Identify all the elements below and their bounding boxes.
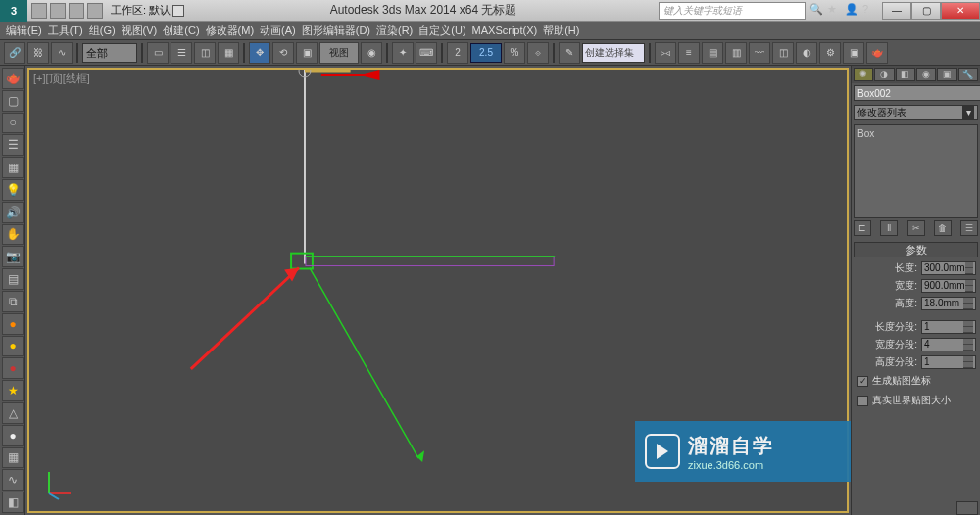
- named-selection-sets[interactable]: 创建选择集: [582, 43, 645, 63]
- menu-customize[interactable]: 自定义(U): [418, 23, 466, 38]
- minimize-button[interactable]: —: [882, 2, 911, 20]
- tab-motion-icon[interactable]: ◉: [916, 68, 936, 81]
- viewport-label[interactable]: [+][顶][线框]: [33, 71, 90, 86]
- menu-views[interactable]: 视图(V): [122, 23, 158, 38]
- tab-modify-icon[interactable]: ◑: [874, 68, 894, 81]
- chevron-down-icon[interactable]: [172, 5, 184, 17]
- chevron-down-icon[interactable]: ▾: [962, 106, 974, 119]
- rotate-icon[interactable]: ⟲: [272, 42, 294, 64]
- edit-named-sel-icon[interactable]: ✎: [559, 42, 580, 64]
- modifier-list-dropdown[interactable]: 修改器列表 ▾: [854, 105, 978, 120]
- dup-icon[interactable]: ⧉: [2, 291, 24, 312]
- curve-editor-icon[interactable]: 〰: [749, 42, 770, 64]
- selection-filter-dropdown[interactable]: 全部: [82, 43, 137, 63]
- angle-snap-value[interactable]: 2.5: [470, 43, 502, 63]
- app-logo-icon[interactable]: 3: [0, 0, 27, 22]
- tab-utilities-icon[interactable]: 🔧: [958, 68, 978, 81]
- select-object-icon[interactable]: ▭: [147, 42, 169, 64]
- close-button[interactable]: ✕: [941, 2, 980, 20]
- mirror-icon[interactable]: ▹◃: [655, 42, 676, 64]
- misc-icon[interactable]: ◧: [2, 492, 24, 513]
- pin-stack-icon[interactable]: ⊏: [854, 220, 871, 236]
- rollout-parameters[interactable]: 参数: [854, 242, 978, 258]
- real-world-checkbox[interactable]: [858, 396, 868, 406]
- sphere-icon[interactable]: ○: [2, 113, 24, 134]
- height-spinner[interactable]: 18.0mm: [921, 297, 976, 310]
- help-icon[interactable]: ?: [862, 3, 878, 19]
- tab-hierarchy-icon[interactable]: ◧: [896, 68, 915, 81]
- hand-icon[interactable]: ✋: [2, 224, 24, 246]
- schematic-icon[interactable]: ◫: [772, 42, 794, 64]
- menu-tools[interactable]: 工具(T): [48, 23, 83, 38]
- grid-icon[interactable]: ▦: [2, 447, 24, 469]
- menu-animation[interactable]: 动画(A): [260, 23, 296, 38]
- show-end-icon[interactable]: Ⅱ: [880, 220, 898, 236]
- wseg-spinner[interactable]: 4: [921, 338, 976, 351]
- render-setup-icon[interactable]: ⚙: [819, 42, 841, 64]
- tab-create-icon[interactable]: ✺: [854, 68, 873, 81]
- render-icon[interactable]: 🫖: [866, 42, 888, 64]
- render-frame-icon[interactable]: ▣: [843, 42, 864, 64]
- menu-group[interactable]: 组(G): [89, 23, 116, 38]
- width-spinner[interactable]: 900.0mm: [921, 279, 976, 293]
- graphite-icon[interactable]: ▥: [725, 42, 747, 64]
- menu-maxscript[interactable]: MAXScript(X): [472, 24, 538, 36]
- modifier-stack[interactable]: Box: [854, 124, 978, 218]
- select-region-icon[interactable]: ◫: [194, 42, 216, 64]
- move-icon[interactable]: ✥: [249, 42, 270, 64]
- table-icon[interactable]: ▦: [2, 157, 24, 178]
- menu-create[interactable]: 创建(C): [163, 23, 199, 38]
- spinner-snap-icon[interactable]: ⟐: [527, 42, 549, 64]
- tb-icon[interactable]: [69, 3, 84, 19]
- snap2d-icon[interactable]: 2: [447, 42, 468, 64]
- light-icon[interactable]: 💡: [2, 179, 24, 201]
- window-crossing-icon[interactable]: ▦: [218, 42, 239, 64]
- tb-icon[interactable]: [31, 3, 47, 19]
- keyboard-icon[interactable]: ⌨: [416, 42, 437, 64]
- ref-coord-dropdown[interactable]: 视图: [319, 42, 359, 64]
- list-icon[interactable]: ☰: [2, 134, 24, 156]
- align-icon[interactable]: ≡: [678, 42, 700, 64]
- layer-icon[interactable]: ▤: [2, 268, 24, 290]
- star-icon[interactable]: ★: [827, 3, 843, 19]
- configure-icon[interactable]: ☰: [960, 220, 978, 236]
- menu-modifiers[interactable]: 修改器(M): [206, 23, 255, 38]
- search-input[interactable]: 键入关键字或短语: [659, 2, 806, 20]
- remove-mod-icon[interactable]: 🗑: [934, 220, 952, 236]
- use-center-icon[interactable]: ◉: [361, 42, 382, 64]
- orange-icon[interactable]: ●: [2, 313, 24, 335]
- bind-icon[interactable]: ∿: [51, 42, 73, 64]
- red-icon[interactable]: ●: [2, 357, 24, 379]
- curve-icon[interactable]: ∿: [2, 469, 24, 491]
- length-spinner[interactable]: 300.0mm: [921, 261, 976, 275]
- sound-icon[interactable]: 🔊: [2, 202, 24, 223]
- select-by-name-icon[interactable]: ☰: [171, 42, 192, 64]
- menu-help[interactable]: 帮助(H): [543, 23, 579, 38]
- link-icon[interactable]: 🔗: [4, 42, 25, 64]
- tab-display-icon[interactable]: ▣: [937, 68, 956, 81]
- menu-edit[interactable]: 编辑(E): [6, 23, 42, 38]
- tb-icon[interactable]: [50, 3, 66, 19]
- tb-icon[interactable]: [87, 3, 103, 19]
- object-name-input[interactable]: [854, 85, 980, 101]
- tree-icon[interactable]: △: [2, 402, 24, 424]
- circle-icon[interactable]: ●: [2, 425, 24, 446]
- box-icon[interactable]: ▢: [2, 90, 24, 112]
- unlink-icon[interactable]: ⛓: [27, 42, 49, 64]
- workspace-selector[interactable]: 工作区: 默认: [107, 3, 188, 18]
- signin-icon[interactable]: 👤: [845, 3, 860, 19]
- panel-config-icon[interactable]: [956, 501, 978, 515]
- gen-mapping-checkbox[interactable]: ✓: [858, 376, 868, 387]
- maximize-button[interactable]: ▢: [911, 2, 941, 20]
- menu-graph-editors[interactable]: 图形编辑器(D): [302, 23, 370, 38]
- yellow-icon[interactable]: ●: [2, 336, 24, 357]
- info-icon[interactable]: 🔍: [809, 3, 825, 19]
- scale-icon[interactable]: ▣: [296, 42, 318, 64]
- lseg-spinner[interactable]: 1: [921, 320, 976, 334]
- percent-snap-icon[interactable]: %: [504, 42, 525, 64]
- star-icon[interactable]: ★: [2, 380, 24, 401]
- material-editor-icon[interactable]: ◐: [796, 42, 817, 64]
- layers-icon[interactable]: ▤: [702, 42, 723, 64]
- menu-rendering[interactable]: 渲染(R): [376, 23, 413, 38]
- camera-icon[interactable]: 📷: [2, 246, 24, 267]
